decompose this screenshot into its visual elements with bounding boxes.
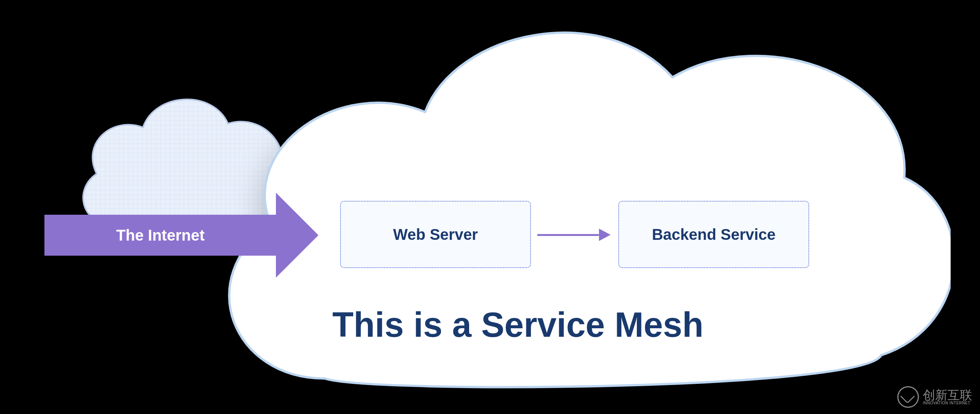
backend-service-node: Backend Service [618, 201, 809, 268]
watermark-logo-icon [897, 386, 919, 408]
service-arrow [537, 231, 611, 239]
watermark-tag: INNOVATION INTERNET [923, 401, 972, 405]
mesh-caption: This is a Service Mesh [332, 305, 703, 345]
watermark: 创新互联 INNOVATION INTERNET [897, 386, 972, 408]
arrow-head-icon [276, 193, 318, 278]
backend-service-label: Backend Service [652, 226, 776, 243]
internet-arrow: The Internet [44, 215, 318, 256]
internet-label: The Internet [44, 215, 276, 256]
web-server-node: Web Server [340, 201, 531, 268]
arrow-head-icon [599, 229, 611, 241]
watermark-text: 创新互联 INNOVATION INTERNET [923, 389, 972, 405]
arrow-line-icon [537, 234, 599, 236]
diagram-canvas: The Internet Web Server Backend Service … [0, 0, 980, 414]
web-server-label: Web Server [393, 226, 478, 243]
watermark-brand: 创新互联 [923, 388, 972, 402]
